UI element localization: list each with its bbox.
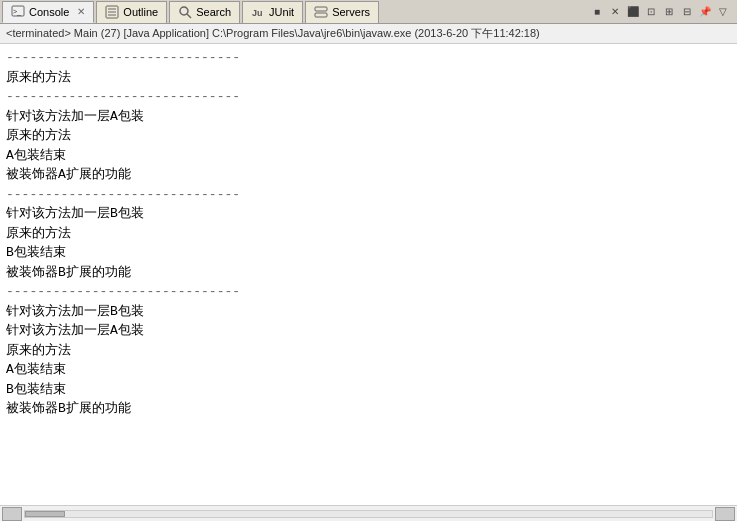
servers-tab-label: Servers <box>332 6 370 18</box>
console-line: B包装结束 <box>6 380 731 400</box>
console-line: ------------------------------ <box>6 185 731 205</box>
console-line: 针对该方法加一层B包装 <box>6 302 731 322</box>
stop-button[interactable]: ■ <box>589 4 605 20</box>
disconnect-button[interactable]: ⬛ <box>625 4 641 20</box>
search-tab-label: Search <box>196 6 231 18</box>
outline-tab-label: Outline <box>123 6 158 18</box>
console-line: 针对该方法加一层B包装 <box>6 204 731 224</box>
console-line: 原来的方法 <box>6 224 731 244</box>
scrollbar-left-arrow[interactable] <box>2 507 22 521</box>
clear-button[interactable]: ⊡ <box>643 4 659 20</box>
scroll-lock-button[interactable]: ⊞ <box>661 4 677 20</box>
servers-tab-icon <box>314 5 328 19</box>
console-tab-icon: >_ <box>11 5 25 19</box>
toolbar-actions: ■ ✕ ⬛ ⊡ ⊞ ⊟ 📌 ▽ <box>589 4 731 20</box>
scrollbar-right-arrow[interactable] <box>715 507 735 521</box>
tab-junit[interactable]: Ju JUnit <box>242 1 303 23</box>
eclipse-window: >_ Console ✕ Outline <box>0 0 737 521</box>
view-menu-button[interactable]: ▽ <box>715 4 731 20</box>
tab-search[interactable]: Search <box>169 1 240 23</box>
scrollbar-thumb[interactable] <box>25 511 65 517</box>
console-line: ------------------------------ <box>6 282 731 302</box>
svg-rect-9 <box>315 7 327 11</box>
svg-text:>_: >_ <box>13 8 21 16</box>
svg-text:Ju: Ju <box>252 8 263 18</box>
horizontal-scrollbar[interactable] <box>0 505 737 521</box>
status-bar: <terminated> Main (27) [Java Application… <box>0 24 737 44</box>
console-line: 被装饰器B扩展的功能 <box>6 399 731 419</box>
tab-console[interactable]: >_ Console ✕ <box>2 1 94 23</box>
tab-bar: >_ Console ✕ Outline <box>0 0 737 24</box>
tab-servers[interactable]: Servers <box>305 1 379 23</box>
junit-tab-icon: Ju <box>251 5 265 19</box>
console-line: 针对该方法加一层A包装 <box>6 107 731 127</box>
outline-tab-icon <box>105 5 119 19</box>
console-line: A包装结束 <box>6 360 731 380</box>
console-line: 针对该方法加一层A包装 <box>6 321 731 341</box>
console-line: 被装饰器A扩展的功能 <box>6 165 731 185</box>
scrollbar-track[interactable] <box>24 510 713 518</box>
search-tab-icon <box>178 5 192 19</box>
new-console-button[interactable]: ⊟ <box>679 4 695 20</box>
console-line: A包装结束 <box>6 146 731 166</box>
svg-rect-10 <box>315 13 327 17</box>
console-line: 原来的方法 <box>6 126 731 146</box>
console-line: 原来的方法 <box>6 341 731 361</box>
svg-line-7 <box>187 14 191 18</box>
console-content[interactable]: ------------------------------ 原来的方法 ---… <box>0 44 737 505</box>
pin-console-button[interactable]: 📌 <box>697 4 713 20</box>
console-line: ------------------------------ <box>6 48 731 68</box>
svg-point-6 <box>180 7 188 15</box>
terminate-button[interactable]: ✕ <box>607 4 623 20</box>
console-tab-label: Console <box>29 6 69 18</box>
console-line: B包装结束 <box>6 243 731 263</box>
console-line: 被装饰器B扩展的功能 <box>6 263 731 283</box>
junit-tab-label: JUnit <box>269 6 294 18</box>
console-tab-close[interactable]: ✕ <box>77 6 85 17</box>
console-line: ------------------------------ <box>6 87 731 107</box>
status-text: <terminated> Main (27) [Java Application… <box>6 26 540 41</box>
console-line: 原来的方法 <box>6 68 731 88</box>
tab-outline[interactable]: Outline <box>96 1 167 23</box>
